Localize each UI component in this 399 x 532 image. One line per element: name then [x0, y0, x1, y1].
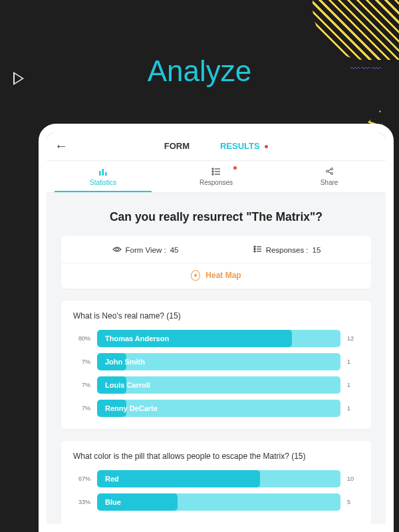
- answer-row: 7% Renny DeCarte 1: [73, 400, 359, 417]
- svg-point-19: [254, 251, 255, 252]
- notification-dot-icon: [265, 145, 268, 148]
- tab-results[interactable]: RESULTS: [215, 133, 273, 159]
- svg-point-7: [212, 174, 213, 175]
- sub-tabs: Statistics Responses Share: [47, 161, 386, 193]
- content-area: Can you really resurrect "The Matrix"? F…: [47, 193, 386, 524]
- svg-point-3: [212, 168, 213, 170]
- subtab-label: Responses: [200, 179, 233, 186]
- subtab-label: Statistics: [90, 179, 116, 186]
- list-icon: [253, 245, 262, 255]
- answer-count: 1: [347, 405, 359, 412]
- question-title: What color is the pill that allows peopl…: [73, 452, 359, 461]
- answer-percent: 80%: [73, 335, 90, 342]
- answer-bar[interactable]: Blue: [97, 493, 340, 511]
- svg-point-5: [212, 171, 213, 172]
- heat-map-label: Heat Map: [205, 271, 241, 280]
- answer-bar[interactable]: Thomas Anderson: [97, 330, 340, 347]
- answer-percent: 67%: [73, 475, 90, 482]
- back-button[interactable]: ←: [47, 138, 76, 154]
- answer-label: Thomas Anderson: [105, 334, 169, 342]
- answer-percent: 7%: [73, 382, 90, 388]
- bar-chart-icon: [98, 168, 108, 177]
- answer-label: John Smith: [105, 358, 145, 366]
- eye-icon: [112, 245, 122, 255]
- svg-rect-1: [102, 169, 104, 176]
- answer-count: 1: [347, 358, 359, 365]
- answer-bar[interactable]: Red: [97, 470, 340, 487]
- tab-label: RESULTS: [220, 141, 260, 151]
- list-icon: [211, 168, 221, 177]
- answer-row: 7% Louis Carroll 1: [73, 376, 359, 394]
- tab-form[interactable]: FORM: [159, 133, 195, 159]
- stats-card: Form View : 45 Responses : 15 Heat Map: [61, 236, 371, 289]
- svg-rect-2: [105, 172, 107, 176]
- play-outline-icon: [11, 73, 29, 86]
- svg-line-13: [328, 172, 331, 173]
- subtab-label: Share: [321, 179, 338, 186]
- svg-point-11: [331, 173, 332, 175]
- answer-bar[interactable]: Renny DeCarte: [97, 400, 340, 417]
- svg-point-9: [326, 170, 328, 172]
- answer-row: 33% Blue 5: [73, 493, 359, 511]
- svg-line-12: [328, 170, 331, 171]
- heat-map-button[interactable]: Heat Map: [61, 263, 371, 289]
- answer-count: 5: [347, 499, 359, 505]
- answer-label: Louis Carroll: [105, 381, 150, 389]
- answer-count: 12: [347, 335, 359, 342]
- stat-label: Form View :: [126, 246, 166, 254]
- answer-bar-fill: [97, 470, 260, 487]
- answer-bar[interactable]: John Smith: [97, 353, 340, 370]
- tablet-frame: ← FORM RESULTS Statistics Responses: [39, 124, 394, 532]
- stat-value: 15: [313, 246, 321, 254]
- stat-label: Responses :: [266, 246, 309, 254]
- answer-percent: 33%: [73, 499, 90, 505]
- answer-percent: 7%: [73, 405, 90, 412]
- svg-point-17: [254, 249, 255, 250]
- notification-dot-icon: [233, 166, 237, 170]
- answer-label: Renny DeCarte: [105, 404, 158, 412]
- top-nav-tabs: FORM RESULTS: [76, 133, 356, 159]
- question-title: What is Neo's real name? (15): [73, 311, 359, 321]
- app-screen: ← FORM RESULTS Statistics Responses: [47, 132, 386, 524]
- top-nav: ← FORM RESULTS: [47, 132, 386, 161]
- svg-rect-0: [99, 171, 101, 176]
- answer-row: 80% Thomas Anderson 12: [73, 330, 359, 347]
- decorative-wave: 〰〰〰: [350, 63, 382, 74]
- arrow-left-icon: ←: [55, 138, 68, 154]
- svg-point-10: [331, 168, 332, 170]
- answer-row: 7% John Smith 1: [73, 353, 359, 370]
- question-card: What color is the pill that allows peopl…: [61, 441, 371, 524]
- answer-count: 10: [347, 475, 359, 482]
- share-icon: [325, 167, 334, 177]
- answer-bar[interactable]: Louis Carroll: [97, 376, 340, 394]
- stats-row: Form View : 45 Responses : 15: [61, 243, 371, 263]
- svg-point-14: [116, 248, 118, 251]
- answer-percent: 7%: [73, 358, 90, 365]
- answer-label: Red: [105, 475, 119, 483]
- stat-form-view: Form View : 45: [74, 245, 216, 255]
- location-pin-icon: [191, 270, 200, 281]
- form-title: Can you really resurrect "The Matrix"?: [61, 193, 371, 236]
- tab-label: FORM: [164, 141, 190, 151]
- svg-point-15: [254, 246, 255, 247]
- subtab-statistics[interactable]: Statistics: [47, 161, 160, 192]
- stat-responses: Responses : 15: [216, 245, 358, 255]
- answer-count: 1: [347, 382, 359, 388]
- answer-row: 67% Red 10: [73, 470, 359, 487]
- subtab-share[interactable]: Share: [273, 161, 386, 192]
- subtab-responses[interactable]: Responses: [160, 161, 273, 192]
- stat-value: 45: [170, 246, 179, 254]
- answer-label: Blue: [105, 498, 121, 506]
- question-card: What is Neo's real name? (15) 80% Thomas…: [61, 301, 371, 429]
